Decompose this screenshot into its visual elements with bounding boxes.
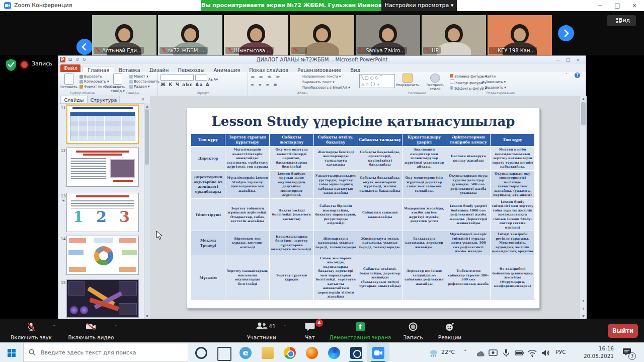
minimize-ribbon-icon[interactable]: ˄ bbox=[566, 73, 568, 78]
slide-thumbnail-12[interactable] bbox=[66, 148, 139, 187]
battery-icon[interactable] bbox=[514, 348, 524, 358]
previous-slide-icon[interactable]: ⇞ bbox=[580, 298, 587, 304]
taskbar-internet-explorer[interactable]: e bbox=[234, 343, 257, 362]
align-buttons[interactable]: ≡ ≡ ≡ ≣ bbox=[251, 83, 278, 87]
start-video-button[interactable]: ˄ Включить видео bbox=[61, 320, 121, 341]
cast-screen-icon[interactable] bbox=[488, 348, 498, 358]
current-slide[interactable]: Lesson Study үдерісіне қатынасушылар мат… bbox=[187, 108, 540, 309]
slide-thumbnail-14[interactable] bbox=[66, 236, 139, 275]
quick-styles-button[interactable]: Экспресс-стили bbox=[422, 74, 449, 91]
chat-button[interactable]: 4 Чат bbox=[296, 320, 324, 341]
taskbar-zoom[interactable] bbox=[367, 343, 389, 362]
panel-close-icon[interactable]: × bbox=[140, 97, 146, 103]
taskbar-file-explorer[interactable] bbox=[257, 343, 279, 362]
share-screen-button[interactable]: Демонстрация экрана bbox=[328, 320, 392, 341]
language-indicator[interactable]: РУС bbox=[555, 349, 566, 355]
taskbar-edge[interactable] bbox=[323, 343, 345, 362]
group-label: Буфер обмена bbox=[58, 91, 107, 95]
slide-thumbnail-15[interactable] bbox=[66, 279, 139, 318]
participant-tile[interactable]: ... bbox=[290, 15, 354, 55]
find-button[interactable]: ⌕ Найти bbox=[481, 74, 506, 80]
scroll-down-icon[interactable]: ▼ bbox=[580, 313, 587, 319]
onedrive-icon[interactable] bbox=[475, 348, 485, 358]
participants-button[interactable]: 41 ˄ Участники bbox=[237, 320, 286, 341]
replace-button[interactable]: ⇄ Заменить ▾ bbox=[481, 80, 506, 85]
taskbar-chrome[interactable] bbox=[279, 343, 301, 362]
list-buttons[interactable]: ≔ ≕ ≪ ≫ bbox=[251, 75, 281, 79]
taskbar-presentation-app[interactable] bbox=[345, 343, 367, 362]
start-button[interactable] bbox=[0, 343, 23, 362]
ppt-minimize-button[interactable]: − bbox=[553, 57, 562, 63]
matrix-cell: Эвалюация өзгерістер мен толықтырулар жү… bbox=[402, 147, 446, 171]
slide-thumbnail-13[interactable]: 1 2 3 bbox=[66, 193, 139, 232]
help-icon[interactable]: ? bbox=[575, 73, 580, 78]
taskbar-search[interactable] bbox=[23, 343, 188, 362]
temperature-label[interactable]: 22°C bbox=[441, 349, 455, 355]
participant-tile[interactable]: №72 ЖББМ. ... bbox=[158, 15, 222, 55]
slide-canvas: Lesson Study үдерісіне қатынасушылар мат… bbox=[150, 96, 580, 319]
matrix-cell: Зерттеу тобының жұмысын жүйелейді. Отыры… bbox=[225, 198, 270, 231]
font-size-select[interactable] bbox=[195, 75, 207, 81]
font-style-buttons[interactable]: Ж К Ч abc Aa A bbox=[160, 83, 210, 87]
matrix-cell: Мұғалімдердің Lesson Studyға тартылу цик… bbox=[225, 170, 270, 198]
scroll-down-icon[interactable]: ▼ bbox=[144, 313, 150, 319]
smartart-button[interactable]: Преобразовать в SmartArt ▾ bbox=[302, 85, 350, 91]
mic-tray-icon[interactable] bbox=[501, 348, 511, 358]
paste-button[interactable]: Вставить bbox=[59, 74, 79, 89]
align-text-button[interactable]: Выровнять текст ▾ bbox=[302, 80, 350, 85]
new-slide-button[interactable]: Создать слайд ▾ bbox=[108, 74, 128, 93]
taskbar-cortana[interactable] bbox=[190, 343, 212, 362]
security-shield-icon[interactable] bbox=[5, 58, 17, 74]
reactions-button[interactable]: Реакции bbox=[434, 320, 466, 341]
weather-icon[interactable] bbox=[429, 348, 439, 358]
participant-tile[interactable]: HP bbox=[422, 15, 486, 55]
font-name-select[interactable] bbox=[160, 75, 194, 81]
layout-button[interactable]: Макет ▾ bbox=[129, 74, 159, 79]
maximize-button[interactable]: □ bbox=[611, 1, 624, 10]
minimize-button[interactable]: − bbox=[594, 1, 607, 10]
participants-chevron[interactable]: ˄ bbox=[284, 324, 286, 329]
next-participants-button[interactable] bbox=[558, 25, 574, 41]
view-layout-button[interactable]: Вид bbox=[607, 15, 636, 26]
ppt-close-button[interactable]: × bbox=[574, 57, 583, 63]
unmute-button[interactable]: ˄ Включить звук bbox=[3, 320, 59, 341]
record-button[interactable]: Запись bbox=[398, 320, 428, 341]
arrange-button[interactable]: Упорядочить bbox=[394, 74, 421, 87]
previous-participants-button[interactable] bbox=[76, 39, 93, 55]
taskbar-firefox[interactable] bbox=[301, 343, 323, 362]
view-settings-button[interactable]: Настройки просмотра ▾ bbox=[381, 0, 457, 11]
new-slide-icon bbox=[113, 74, 122, 85]
search-input[interactable] bbox=[40, 349, 178, 356]
next-slide-icon[interactable]: ⇟ bbox=[580, 306, 587, 311]
participant-tile[interactable]: Saniya Zakiro... bbox=[356, 15, 420, 55]
leave-button[interactable]: Выйти bbox=[608, 324, 638, 338]
text-direction-button[interactable]: Направление текста ▾ bbox=[302, 74, 350, 80]
participant-tile[interactable]: Шынгысова ... bbox=[224, 15, 288, 55]
tray-chevron-icon[interactable]: ˄ bbox=[464, 349, 467, 355]
ppt-restore-button[interactable]: □ bbox=[564, 57, 573, 63]
panel-scrollbar[interactable]: ▲ ▼ bbox=[144, 103, 150, 319]
select-button[interactable]: ▷ Выделить ▾ bbox=[481, 85, 506, 91]
taskbar-task-view[interactable] bbox=[212, 343, 234, 362]
clock[interactable]: 16:16 20.05.2021 bbox=[579, 345, 614, 360]
section-button[interactable]: Раздел ▾ bbox=[129, 84, 159, 89]
participant-tile[interactable]: КГУ 198 Кан... bbox=[488, 15, 552, 55]
reset-button[interactable]: Восстановить bbox=[129, 79, 159, 84]
participant-tile[interactable]: Алтынай Еди... bbox=[92, 15, 156, 55]
speaker-icon[interactable] bbox=[540, 348, 550, 358]
panel-tab-outline[interactable]: Структура bbox=[88, 96, 120, 104]
close-button[interactable]: × bbox=[628, 1, 641, 10]
slide-thumbnail-11[interactable] bbox=[66, 105, 139, 144]
wifi-icon[interactable] bbox=[527, 348, 537, 358]
video-options-chevron[interactable]: ˄ bbox=[115, 324, 117, 329]
shapes-gallery[interactable]: ╲ □ ○ ◇ ⌒△ ☆ ( ) ＋ bbox=[359, 74, 395, 88]
matrix-header-cell: Топ құру bbox=[491, 134, 535, 147]
zoom-logo-icon bbox=[4, 2, 11, 9]
mic-options-chevron[interactable]: ˄ bbox=[53, 324, 56, 329]
scroll-up-icon[interactable]: ▲ bbox=[144, 103, 150, 109]
panel-tab-slides[interactable]: Слайды bbox=[60, 96, 88, 104]
scroll-up-icon[interactable]: ▲ bbox=[580, 96, 587, 101]
tab-file[interactable]: Файл bbox=[60, 64, 80, 72]
notification-center-icon[interactable]: 3 bbox=[622, 347, 634, 359]
main-scrollbar[interactable]: ▲ ⇞ ⇟ ▼ bbox=[580, 96, 587, 319]
